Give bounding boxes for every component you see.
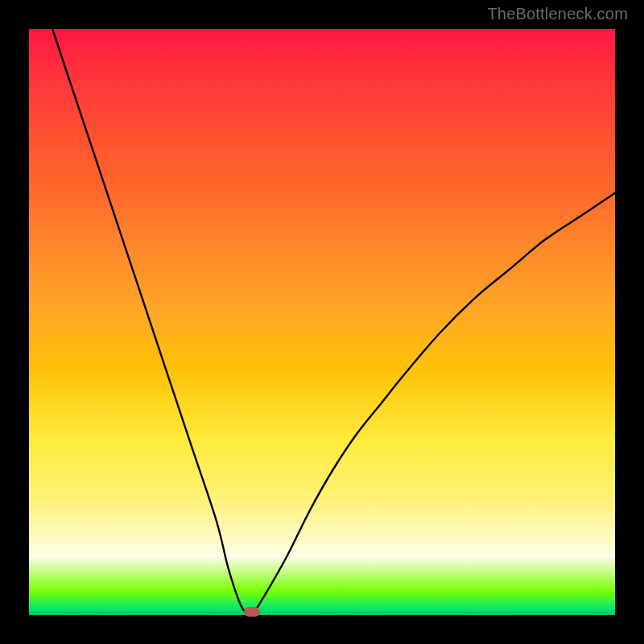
optimum-marker [244,607,260,617]
bottleneck-curve [52,29,615,616]
chart-frame: TheBottleneck.com [0,0,644,644]
chart-curve-svg [29,29,615,615]
watermark-text: TheBottleneck.com [487,5,628,23]
